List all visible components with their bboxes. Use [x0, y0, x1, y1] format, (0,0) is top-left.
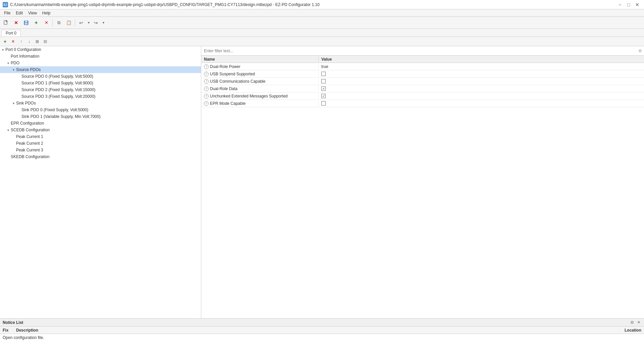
tree-item-port0-config[interactable]: ▾Port 0 Configuration — [0, 46, 201, 53]
redo-dropdown[interactable]: ▾ — [101, 18, 105, 27]
tree-item-source-pdo-3[interactable]: Source PDO 3 (Fixed Supply, Volt:20000) — [0, 93, 201, 100]
prop-value-cell-dual-role-data — [319, 86, 644, 91]
tree-item-skedb-config[interactable]: SKEDB Configuration — [0, 153, 201, 160]
prop-row-dual-role-data: ?Dual-Role Data — [201, 85, 644, 92]
tree-item-source-pdo-0[interactable]: Source PDO 0 (Fixed Supply, Volt:5000) — [0, 73, 201, 80]
menu-edit[interactable]: Edit — [13, 10, 25, 16]
tree-panel: ▾Port 0 ConfigurationPort Information▾PD… — [0, 46, 201, 318]
tree-label-scedb-config: SCEDB Configuration — [11, 128, 50, 132]
notice-status-text: Open configuration file. — [0, 334, 644, 341]
tree-item-scedb-config[interactable]: ▾SCEDB Configuration — [0, 127, 201, 133]
save-button[interactable] — [21, 18, 31, 27]
menu-file[interactable]: File — [1, 10, 13, 16]
prop-help-icon-dual-role-power[interactable]: ? — [204, 64, 209, 69]
tree-remove-button[interactable]: ✕ — [9, 38, 17, 45]
prop-checkbox-unchunked[interactable] — [321, 94, 326, 98]
add-button[interactable]: + — [32, 18, 41, 27]
redo-button[interactable]: ↪ — [91, 18, 101, 27]
tree-expander-source-pdo-1 — [16, 80, 21, 86]
tree-label-source-pdo-2: Source PDO 2 (Fixed Supply, Volt:15000) — [21, 87, 96, 92]
main-content: + ✕ ↑ ↓ ⊞ ⊟ ▾Port 0 ConfigurationPort In… — [0, 37, 644, 318]
maximize-button[interactable]: □ — [625, 1, 633, 8]
tree-item-source-pdos[interactable]: ▾Source PDOs — [0, 66, 201, 73]
prop-row-usb-comm: ?USB Communications Capable — [201, 78, 644, 85]
prop-checkbox-usb-comm[interactable] — [321, 79, 326, 83]
tree-label-peak-current-2: Peak Current 2 — [16, 141, 43, 146]
prop-help-icon-usb-suspend[interactable]: ? — [204, 72, 209, 76]
prop-value-cell-usb-comm — [319, 79, 644, 83]
tree-label-source-pdo-0: Source PDO 0 (Fixed Supply, Volt:5000) — [21, 74, 93, 79]
menu-view[interactable]: View — [25, 10, 40, 16]
tree-item-peak-current-1[interactable]: Peak Current 1 — [0, 133, 201, 140]
prop-name-text-unchunked: Unchunked Extended Messages Supported — [210, 94, 288, 98]
tree-expander-source-pdos[interactable]: ▾ — [11, 67, 16, 72]
prop-value-dual-role-power: true — [321, 64, 328, 69]
tree-expander-port0-config[interactable]: ▾ — [0, 47, 5, 52]
tree-expander-sink-pdos[interactable]: ▾ — [11, 100, 16, 106]
tree-expander-port-info — [5, 54, 11, 59]
prop-help-icon-epr-mode[interactable]: ? — [204, 101, 209, 106]
notice-controls: ⊟ ✕ — [629, 320, 641, 325]
menu-help[interactable]: Help — [40, 10, 53, 16]
tree-toolbar: + ✕ ↑ ↓ ⊞ ⊟ — [0, 37, 644, 46]
close-x-button[interactable]: ✕ — [11, 18, 21, 27]
undo-dropdown[interactable]: ▾ — [87, 18, 91, 27]
new-button[interactable] — [1, 18, 11, 27]
panels: ▾Port 0 ConfigurationPort Information▾PD… — [0, 46, 644, 318]
prop-help-icon-dual-role-data[interactable]: ? — [204, 86, 209, 91]
tree-collapse-button[interactable]: ⊟ — [42, 38, 49, 45]
tree-expander-peak-current-3 — [11, 147, 16, 153]
prop-checkbox-dual-role-data[interactable] — [321, 86, 326, 91]
prop-name-cell-unchunked: ?Unchunked Extended Messages Supported — [201, 94, 319, 98]
tree-item-port-info[interactable]: Port Information — [0, 53, 201, 60]
prop-name-text-dual-role-data: Dual-Role Data — [210, 86, 237, 91]
tree-item-source-pdo-1[interactable]: Source PDO 1 (Fixed Supply, Volt:9000) — [0, 80, 201, 86]
menu-bar: File Edit View Help — [0, 9, 644, 17]
undo-button[interactable]: ↩ — [76, 18, 86, 27]
tree-item-sink-pdos[interactable]: ▾Sink PDOs — [0, 100, 201, 107]
prop-name-text-dual-role-power: Dual-Role Power — [210, 64, 240, 69]
notice-title: Notice List — [3, 320, 23, 325]
tree-item-sink-pdo-0[interactable]: Sink PDO 0 (Fixed Supply, Volt:5000) — [0, 107, 201, 113]
property-header: Name Value — [201, 56, 644, 63]
tree-expander-sink-pdo-0 — [16, 107, 21, 113]
copy-button[interactable]: ⧉ — [54, 18, 63, 27]
prop-checkbox-usb-suspend[interactable] — [321, 72, 326, 76]
tree-item-peak-current-2[interactable]: Peak Current 2 — [0, 140, 201, 147]
tree-expand-button[interactable]: ⊞ — [34, 38, 41, 45]
delete-button[interactable]: ✕ — [42, 18, 51, 27]
prop-value-cell-dual-role-power: true — [319, 64, 644, 69]
svg-rect-2 — [25, 21, 27, 22]
tree-item-epr-config[interactable]: EPR Configuration — [0, 120, 201, 127]
prop-name-cell-usb-suspend: ?USB Suspend Supported — [201, 72, 319, 76]
prop-rows-container: ?Dual-Role Powertrue?USB Suspend Support… — [201, 63, 644, 107]
close-button[interactable]: ✕ — [633, 1, 641, 8]
notice-minimize-button[interactable]: ⊟ — [629, 320, 635, 325]
tree-item-sink-pdo-1[interactable]: Sink PDO 1 (Variable Supply, Min Volt:70… — [0, 113, 201, 120]
prop-row-usb-suspend: ?USB Suspend Supported — [201, 70, 644, 78]
filter-input[interactable] — [201, 46, 636, 55]
app-icon: EZ — [3, 2, 8, 7]
tree-add-button[interactable]: + — [1, 38, 9, 45]
prop-checkbox-epr-mode[interactable] — [321, 101, 326, 106]
toolbar-separator-2 — [75, 19, 75, 26]
prop-value-cell-unchunked — [319, 94, 644, 98]
tree-move-up-button[interactable]: ↑ — [17, 38, 25, 45]
tree-expander-source-pdo-3 — [16, 94, 21, 99]
tree-label-port0-config: Port 0 Configuration — [5, 47, 41, 52]
tab-port0[interactable]: Port 0 — [1, 30, 21, 37]
tree-label-pdo: PDO — [11, 61, 19, 65]
notice-close-button[interactable]: ✕ — [636, 320, 641, 325]
paste-button[interactable]: 📋 — [64, 18, 73, 27]
prop-name-text-usb-suspend: USB Suspend Supported — [210, 72, 255, 76]
tree-item-pdo[interactable]: ▾PDO — [0, 60, 201, 66]
notice-col-location: Location — [614, 328, 641, 333]
tree-item-peak-current-3[interactable]: Peak Current 3 — [0, 147, 201, 153]
tree-item-source-pdo-2[interactable]: Source PDO 2 (Fixed Supply, Volt:15000) — [0, 86, 201, 93]
minimize-button[interactable]: − — [616, 1, 624, 8]
prop-help-icon-unchunked[interactable]: ? — [204, 94, 209, 98]
tree-expander-scedb-config[interactable]: ▾ — [5, 127, 11, 133]
tree-expander-pdo[interactable]: ▾ — [5, 60, 11, 66]
tree-move-down-button[interactable]: ↓ — [25, 38, 33, 45]
prop-help-icon-usb-comm[interactable]: ? — [204, 79, 209, 84]
